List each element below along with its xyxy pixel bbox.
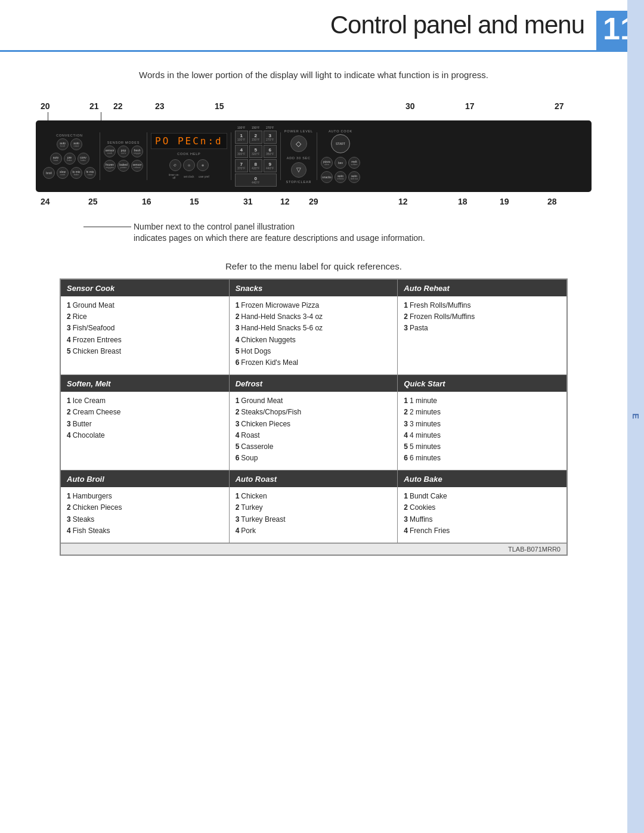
clock-btn[interactable]: ⊙ xyxy=(183,159,195,171)
add-30sec-btn[interactable]: ▽ xyxy=(291,162,306,178)
auto-broil-btn[interactable]: auto broil xyxy=(57,138,69,150)
bracket-20-21 xyxy=(48,112,101,120)
sensor-reheat-btn[interactable]: sensor reheat xyxy=(131,160,143,172)
ann-30: 30 xyxy=(405,101,415,111)
key-0[interactable]: 0440°F xyxy=(235,174,277,187)
key-9[interactable]: 9440°F xyxy=(264,159,277,172)
auto-reheat-items: 1Fresh Rolls/Muffins 2Frozen Rolls/Muffi… xyxy=(404,300,561,335)
list-item: 3Steaks xyxy=(67,514,223,525)
baked-potato-btn[interactable]: baked potato xyxy=(117,160,129,172)
panel-display: PO PECn:d xyxy=(151,133,227,149)
ann-22: 22 xyxy=(113,101,123,111)
melt-btn[interactable]: melt soften xyxy=(348,157,360,169)
auto-roast-items: 1Chicken 2Turkey 3Turkey Breast 4Pork xyxy=(236,491,392,537)
pizza-btn[interactable]: pizza slice xyxy=(321,157,333,169)
auto-cook-label: AUTO COOK xyxy=(329,129,352,133)
quick-start-cell: Quick Start 11 minute 22 minutes 33 minu… xyxy=(398,375,566,470)
numpad: 1100°F 2150°F 3270°F 4300°F 5320°F 6350°… xyxy=(235,131,277,187)
key-2[interactable]: 2150°F xyxy=(249,131,262,144)
numpad-temp-labels: 100°F 150°F 270°F xyxy=(235,126,277,129)
ann-27: 27 xyxy=(555,101,564,111)
autocook-btns-2: snacks auto reheat auto defrost xyxy=(321,171,360,183)
pop-corn-btn[interactable]: pop corn xyxy=(117,145,129,157)
caption-line1: Number next to the control panel illustr… xyxy=(134,222,295,231)
autocook-btns-1: pizza slice bev melt soften xyxy=(321,157,360,169)
power-level-label: power level xyxy=(284,129,313,133)
temp-2: 150°F xyxy=(249,126,262,129)
auto-defrost-btn[interactable]: auto defrost xyxy=(348,171,360,183)
sidebar-letter: E xyxy=(631,413,640,420)
page-title-area: Control panel and menu xyxy=(0,11,596,50)
key-8[interactable]: 8420°F xyxy=(249,159,262,172)
start-label: START xyxy=(336,142,345,145)
add-30sec-label: add 30 sec xyxy=(287,156,311,160)
hi-mix-btn[interactable]: hi mix roast xyxy=(84,167,96,179)
start-btn[interactable]: START xyxy=(331,134,350,153)
list-item: 3Hand-Held Snacks 5-6 oz xyxy=(236,323,392,334)
sensor-cook-btn[interactable]: sensor cook xyxy=(104,145,116,157)
auto-heat-btn[interactable]: auto heat xyxy=(50,153,62,165)
pref-btn[interactable]: ⊗ xyxy=(197,159,209,171)
power-icon: ◇ xyxy=(296,140,301,148)
sensor-modes-section: SENSOR MODES sensor cook pop corn fresh … xyxy=(104,141,143,172)
pre-bake-btn[interactable]: pre bake xyxy=(64,153,76,165)
display-cooktop-section: PO PECn:d COOK HELP ⏱ ⊙ ⊗ timer on-off s… xyxy=(151,133,227,179)
auto-roast-btn[interactable]: auto roast xyxy=(70,138,82,150)
key-6[interactable]: 6350°F xyxy=(264,145,277,158)
conv-bake-btn[interactable]: conv bake xyxy=(78,153,89,165)
list-item: 4Frozen Entrees xyxy=(67,335,223,346)
power-start-section: power level ◇ add 30 sec ▽ STOP/CLEAR xyxy=(284,129,313,184)
convection-label: CONVECTION xyxy=(56,134,83,137)
auto-reheat-btn[interactable]: auto reheat xyxy=(335,171,346,183)
numpad-section: 100°F 150°F 270°F 1100°F 2150°F 3270°F 4… xyxy=(235,126,277,187)
list-item: 3Pasta xyxy=(404,323,561,334)
list-item: 3Turkey Breast xyxy=(236,514,392,525)
list-item: 1Hamburgers xyxy=(67,491,223,502)
caption-lines: Number next to the control panel illustr… xyxy=(83,222,425,243)
list-item: 66 minutes xyxy=(404,453,561,464)
slow-cook-btn[interactable]: slow cook xyxy=(57,167,69,179)
list-item: 2Steaks/Chops/Fish xyxy=(236,407,392,418)
oven-panel: CONVECTION auto broil auto roast auto he… xyxy=(36,120,592,192)
key-3[interactable]: 3270°F xyxy=(264,131,277,144)
quick-start-items: 11 minute 22 minutes 33 minutes 44 minut… xyxy=(404,395,561,464)
list-item: 22 minutes xyxy=(404,407,561,418)
auto-bake-header: Auto Bake xyxy=(398,470,566,487)
timer-label: timer on-off xyxy=(168,174,181,179)
menu-intro: Refer to the menu label for quick refere… xyxy=(36,261,592,271)
ann-23: 23 xyxy=(155,101,165,111)
frozen-veggies-btn[interactable]: frozen veggies xyxy=(104,160,116,172)
ann-28: 28 xyxy=(547,197,557,206)
beverage-btn[interactable]: bev xyxy=(335,157,346,169)
broil-btn[interactable]: broil xyxy=(43,167,55,179)
snacks-header: Snacks xyxy=(230,280,398,296)
list-item: 55 minutes xyxy=(404,441,561,453)
user-pref-label: user pref xyxy=(197,175,210,178)
power-level-dial[interactable]: ◇ xyxy=(290,135,307,152)
temp-3: 270°F xyxy=(264,126,277,129)
ann-21: 21 xyxy=(89,101,99,111)
list-item: 2Frozen Rolls/Muffins xyxy=(404,311,561,323)
key-1[interactable]: 1100°F xyxy=(235,131,248,144)
auto-reheat-cell: Auto Reheat 1Fresh Rolls/Muffins 2Frozen… xyxy=(398,280,566,374)
right-sidebar: E xyxy=(627,0,644,833)
key-7[interactable]: 7370°F xyxy=(235,159,248,172)
lo-mix-btn[interactable]: lo mix bake xyxy=(70,167,82,179)
snacks-btn[interactable]: snacks xyxy=(321,171,333,183)
list-item: 6Frozen Kid's Meal xyxy=(236,357,392,368)
caption-line2-container: indicates pages on which there are featu… xyxy=(83,233,425,243)
list-item: 1Ground Meat xyxy=(67,300,223,311)
caption-line1-row: Number next to the control panel illustr… xyxy=(83,222,425,231)
defrost-header: Defrost xyxy=(230,375,398,392)
ann-15-top: 15 xyxy=(215,101,224,111)
defrost-items: 1Ground Meat 2Steaks/Chops/Fish 3Chicken… xyxy=(236,395,392,464)
convection-section: CONVECTION auto broil auto roast auto he… xyxy=(43,134,96,179)
list-item: 6Soup xyxy=(236,453,392,464)
ann-12-bot2: 12 xyxy=(398,197,408,206)
auto-broil-items: 1Hamburgers 2Chicken Pieces 3Steaks 4Fis… xyxy=(67,491,223,537)
key-5[interactable]: 5320°F xyxy=(249,145,262,158)
fresh-veggie-btn[interactable]: fresh veggie xyxy=(131,145,143,157)
key-4[interactable]: 4300°F xyxy=(235,145,248,158)
timer-btn[interactable]: ⏱ xyxy=(169,159,181,171)
menu-row-2: Auto Broil 1Hamburgers 2Chicken Pieces 3… xyxy=(61,470,566,543)
